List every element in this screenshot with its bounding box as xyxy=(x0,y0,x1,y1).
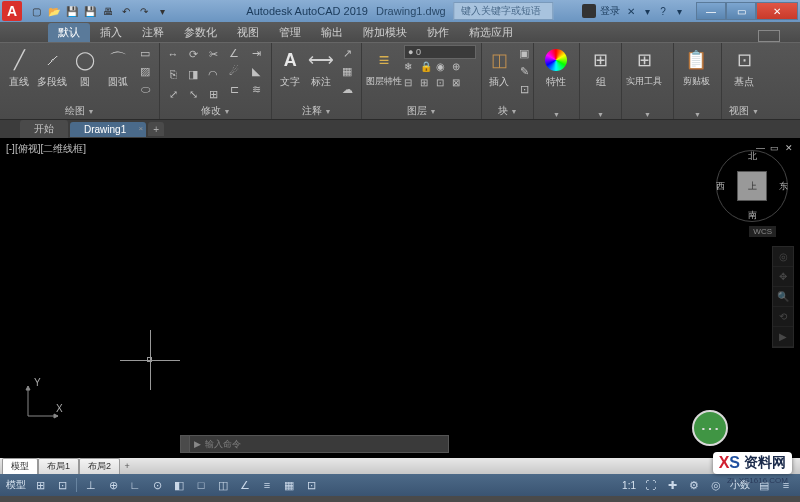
panel-props-label[interactable]: ▼ xyxy=(538,110,575,119)
ribbon-tab-parametric[interactable]: 参数化 xyxy=(174,23,227,42)
viewcube[interactable]: 上 北 南 东 西 xyxy=(716,150,788,222)
array-icon[interactable]: ⊞ xyxy=(204,85,222,103)
edit-block-icon[interactable]: ✎ xyxy=(514,63,534,79)
offset-icon[interactable]: ⊏ xyxy=(224,81,244,97)
anno-monitor-icon[interactable]: ◎ xyxy=(708,477,724,493)
layer-dropdown[interactable]: ● 0 xyxy=(404,45,476,59)
panel-draw-label[interactable]: 绘图▼ xyxy=(4,103,155,119)
layer-prev-icon[interactable]: ⊞ xyxy=(420,77,434,91)
panel-modify-label[interactable]: 修改▼ xyxy=(164,103,267,119)
ribbon-tab-annotate[interactable]: 注释 xyxy=(132,23,174,42)
copy-icon[interactable]: ⎘ xyxy=(164,65,182,83)
exchange-icon[interactable]: ✕ xyxy=(624,4,638,18)
command-line[interactable]: ▶输入命令 xyxy=(180,434,449,454)
leader-icon[interactable]: ↗ xyxy=(337,45,357,61)
table-icon[interactable]: ▦ xyxy=(337,63,357,79)
wcs-label[interactable]: WCS xyxy=(749,226,776,237)
panel-clip-label[interactable]: ▼ xyxy=(678,110,717,119)
ribbon-tab-output[interactable]: 输出 xyxy=(311,23,353,42)
cloud-icon[interactable]: ☁ xyxy=(337,81,357,97)
drawing-viewport[interactable]: [-][俯视][二维线框] — ▭ ✕ Y X 上 北 南 东 西 WCS ◎ … xyxy=(0,138,800,458)
ribbon-tab-home[interactable]: 默认 xyxy=(48,23,90,42)
ribbon-tab-featured[interactable]: 精选应用 xyxy=(459,23,523,42)
login-button[interactable]: 登录 xyxy=(600,4,620,18)
panel-group-label[interactable]: ▼ xyxy=(584,110,617,119)
ortho-icon[interactable]: ∟ xyxy=(127,477,143,493)
text-button[interactable]: A文字 xyxy=(276,45,305,89)
stayconnected-icon[interactable]: ▾ xyxy=(640,4,654,18)
properties-button[interactable]: 特性 xyxy=(538,45,574,89)
panel-annot-label[interactable]: 注释▼ xyxy=(276,103,357,119)
snap-icon[interactable]: ⊡ xyxy=(54,477,70,493)
anno-scale[interactable]: 1:1 xyxy=(622,480,636,491)
isodraft-icon[interactable]: ◧ xyxy=(171,477,187,493)
tab-drawing1[interactable]: Drawing1× xyxy=(70,122,146,137)
layout-tab-layout2[interactable]: 布局2 xyxy=(79,458,120,474)
trim-icon[interactable]: ✂ xyxy=(204,45,222,63)
close-tab-icon[interactable]: × xyxy=(139,124,144,133)
anno-autoscale-icon[interactable]: ✚ xyxy=(664,477,680,493)
nav-pan-icon[interactable]: ✥ xyxy=(773,267,793,287)
nav-orbit-icon[interactable]: ⟲ xyxy=(773,307,793,327)
ribbon-tab-manage[interactable]: 管理 xyxy=(269,23,311,42)
clipboard-button[interactable]: 📋剪贴板 xyxy=(678,45,714,88)
new-icon[interactable]: ▢ xyxy=(28,3,44,19)
close-button[interactable]: ✕ xyxy=(756,2,798,20)
model-space-button[interactable]: 模型 xyxy=(6,478,26,492)
layer-props-button[interactable]: ≡图层特性 xyxy=(366,45,402,88)
layer-walk-icon[interactable]: ⊡ xyxy=(436,77,450,91)
polyline-button[interactable]: ⟋多段线 xyxy=(37,45,68,89)
layout-tab-model[interactable]: 模型 xyxy=(2,458,38,474)
workspace-icon[interactable]: ⚙ xyxy=(686,477,702,493)
layer-lock-icon[interactable]: 🔒 xyxy=(420,61,434,75)
group-button[interactable]: ⊞组 xyxy=(584,45,617,89)
viewcube-top-face[interactable]: 上 xyxy=(737,171,767,201)
osnap-icon[interactable]: □ xyxy=(193,477,209,493)
panel-utils-label[interactable]: ▼ xyxy=(626,110,669,119)
saveas-icon[interactable]: 💾 xyxy=(82,3,98,19)
save-icon[interactable]: 💾 xyxy=(64,3,80,19)
qat-dropdown-icon[interactable]: ▾ xyxy=(154,3,170,19)
panel-layer-label[interactable]: 图层▼ xyxy=(366,103,477,119)
cmdline-grip-icon[interactable] xyxy=(180,435,189,453)
create-block-icon[interactable]: ▣ xyxy=(514,45,534,61)
layer-state-icon[interactable]: ⊠ xyxy=(452,77,466,91)
insert-block-button[interactable]: ◫插入 xyxy=(486,45,512,89)
viewport-state-label[interactable]: [-][俯视][二维线框] xyxy=(6,142,86,156)
viewcube-east[interactable]: 东 xyxy=(779,180,788,193)
ribbon-tab-addins[interactable]: 附加模块 xyxy=(353,23,417,42)
new-tab-button[interactable]: + xyxy=(148,122,164,136)
extend-icon[interactable]: ⇥ xyxy=(246,45,266,61)
ribbon-tab-collab[interactable]: 协作 xyxy=(417,23,459,42)
layout-tab-layout1[interactable]: 布局1 xyxy=(38,458,79,474)
hatch-icon[interactable]: ▨ xyxy=(135,63,155,79)
command-input[interactable]: ▶输入命令 xyxy=(189,435,449,453)
polar-icon[interactable]: ⊙ xyxy=(149,477,165,493)
chamfer-icon[interactable]: ◣ xyxy=(246,63,266,79)
undo-icon[interactable]: ↶ xyxy=(118,3,134,19)
redo-icon[interactable]: ↷ xyxy=(136,3,152,19)
3dosnap-icon[interactable]: ◫ xyxy=(215,477,231,493)
ribbon-focus-icon[interactable] xyxy=(758,30,780,42)
grid-icon[interactable]: ⊞ xyxy=(32,477,48,493)
otrack-icon[interactable]: ∠ xyxy=(237,477,253,493)
line-button[interactable]: ╱直线 xyxy=(4,45,35,89)
app-menu-icon[interactable]: A xyxy=(2,1,22,21)
rotate-icon[interactable]: ⟳ xyxy=(184,45,202,63)
help-icon[interactable]: ? xyxy=(656,4,670,18)
circle-button[interactable]: ◯圆 xyxy=(70,45,101,89)
layer-freeze-icon[interactable]: ❄ xyxy=(404,61,418,75)
dim-button[interactable]: ⟷标注 xyxy=(307,45,336,89)
minimize-button[interactable]: — xyxy=(696,2,726,20)
utilities-button[interactable]: ⊞实用工具 xyxy=(626,45,662,88)
erase-icon[interactable]: ∠ xyxy=(224,45,244,61)
lwt-icon[interactable]: ≡ xyxy=(259,477,275,493)
nav-zoom-icon[interactable]: 🔍 xyxy=(773,287,793,307)
arc-button[interactable]: ⌒圆弧 xyxy=(102,45,133,89)
transparency-icon[interactable]: ▦ xyxy=(281,477,297,493)
layer-match-icon[interactable]: ⊕ xyxy=(452,61,466,75)
move-icon[interactable]: ↔ xyxy=(164,45,182,63)
layer-iso-icon[interactable]: ⊟ xyxy=(404,77,418,91)
mirror-icon[interactable]: ◨ xyxy=(184,65,202,83)
layer-off-icon[interactable]: ◉ xyxy=(436,61,450,75)
